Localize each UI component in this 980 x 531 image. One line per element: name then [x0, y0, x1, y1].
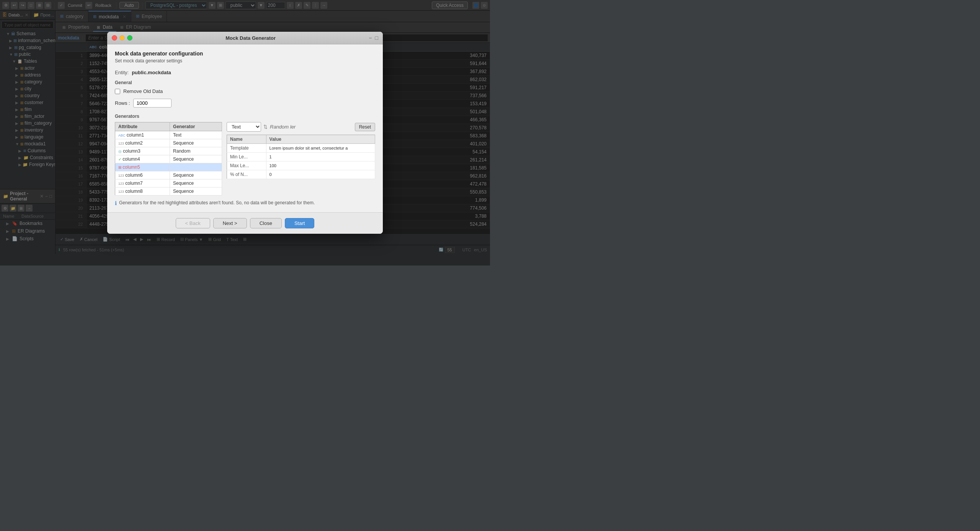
remove-old-data-row: Remove Old Data	[115, 88, 375, 94]
generators-table: Attribute Generator ABC column1Text123 c…	[115, 122, 222, 195]
gen-random-label: Random ler	[270, 124, 353, 130]
prop-name-cell: Max Le...	[227, 161, 266, 170]
tl-close-button[interactable]	[112, 35, 117, 41]
gen-generator-cell: Random	[170, 147, 222, 155]
info-icon: ℹ	[115, 200, 117, 206]
remove-old-data-label: Remove Old Data	[123, 88, 163, 94]
gen-attr-cell: 123 column2	[115, 139, 170, 147]
modal-body: Mock data generator configuration Set mo…	[107, 44, 383, 212]
gen-prop-row: TemplateLorem ipsum dolor sit amet, cons…	[227, 144, 375, 153]
modal-info-row: ℹ Generators for the red highlighted att…	[115, 200, 375, 206]
general-section-title: General	[115, 80, 375, 85]
modal-winbtn-max[interactable]: □	[375, 35, 378, 41]
modal-heading: Mock data generator configuration	[115, 50, 375, 57]
traffic-lights	[112, 35, 132, 41]
prop-name-cell: % of N...	[227, 170, 266, 179]
entity-label: Entity:	[115, 70, 129, 75]
gen-prop-row: Min Le...1	[227, 153, 375, 161]
generators-section-title: Generators	[115, 114, 375, 119]
gen-table-row[interactable]: ABC column1Text	[115, 131, 222, 139]
rows-label: Rows :	[115, 100, 130, 106]
gen-table-row[interactable]: ✓ column4Sequence	[115, 155, 222, 163]
gen-attr-cell: 123 column6	[115, 171, 170, 179]
modal-window: Mock Data Generator − □ Mock data genera…	[107, 32, 383, 234]
gen-generator-cell: Sequence	[170, 179, 222, 187]
gen-attr-cell: 123 column7	[115, 179, 170, 187]
gen-table-row[interactable]: 123 column8Sequence	[115, 187, 222, 195]
prop-value-cell: 1	[266, 153, 375, 161]
gen-prop-row: % of N...0	[227, 170, 375, 179]
generators-table-area: Attribute Generator ABC column1Text123 c…	[115, 122, 222, 195]
prop-name-cell: Template	[227, 144, 266, 153]
generator-config: Text ⇅ Random ler Reset Name Value	[227, 122, 375, 195]
gen-table-row[interactable]: ◎ column3Random	[115, 147, 222, 155]
modal-titlebar: Mock Data Generator − □	[107, 32, 383, 44]
gen-attr-cell: 123 column8	[115, 187, 170, 195]
gen-props-col-name: Name	[227, 135, 266, 144]
gen-spinner-icon[interactable]: ⇅	[263, 124, 268, 130]
gen-table-row[interactable]: 123 column6Sequence	[115, 171, 222, 179]
rows-row: Rows :	[115, 99, 375, 108]
gen-table-row[interactable]: 123 column7Sequence	[115, 179, 222, 187]
gen-type-select[interactable]: Text	[227, 122, 261, 132]
gen-reset-button[interactable]: Reset	[355, 123, 375, 131]
gen-type-row: Text ⇅ Random ler Reset	[227, 122, 375, 132]
gen-attr-cell: ⊞ column5	[115, 163, 170, 171]
gen-col-attribute: Attribute	[115, 122, 170, 131]
modal-info-text: Generators for the red highlighted attri…	[119, 200, 315, 205]
gen-generator-cell: Sequence	[170, 139, 222, 147]
modal-win-buttons: − □	[369, 35, 378, 41]
back-button[interactable]: < Back	[176, 218, 210, 228]
gen-table-row[interactable]: 123 column2Sequence	[115, 139, 222, 147]
close-button[interactable]: Close	[250, 218, 282, 228]
prop-name-cell: Min Le...	[227, 153, 266, 161]
tl-minimize-button[interactable]	[119, 35, 125, 41]
gen-generator-cell: Sequence	[170, 171, 222, 179]
gen-attr-cell: ✓ column4	[115, 155, 170, 163]
gen-prop-row: Max Le...100	[227, 161, 375, 170]
modal-footer: < Back Next > Close Start	[107, 212, 383, 234]
modal-subheading: Set mock data generator settings	[115, 58, 375, 64]
rows-input[interactable]	[133, 99, 172, 108]
start-button[interactable]: Start	[285, 218, 314, 228]
modal-winbtn-min[interactable]: −	[369, 35, 372, 41]
entity-value: public.mockdata	[132, 70, 171, 75]
modal-overlay: Mock Data Generator − □ Mock data genera…	[0, 0, 490, 266]
tl-maximize-button[interactable]	[127, 35, 132, 41]
gen-attr-cell: ABC column1	[115, 131, 170, 139]
generators-section: Attribute Generator ABC column1Text123 c…	[115, 122, 375, 195]
next-button[interactable]: Next >	[213, 218, 247, 228]
gen-table-row[interactable]: ⊞ column5	[115, 163, 222, 171]
gen-props-col-value: Value	[266, 135, 375, 144]
gen-props-table: Name Value TemplateLorem ipsum dolor sit…	[227, 135, 375, 179]
gen-attr-cell: ◎ column3	[115, 147, 170, 155]
gen-generator-cell	[170, 163, 222, 171]
gen-generator-cell: Text	[170, 131, 222, 139]
prop-value-cell: Lorem ipsum dolor sit amet, consectetur …	[266, 144, 375, 153]
gen-generator-cell: Sequence	[170, 155, 222, 163]
gen-col-generator: Generator	[170, 122, 222, 131]
remove-old-data-checkbox[interactable]	[115, 89, 120, 94]
prop-value-cell: 100	[266, 161, 375, 170]
gen-generator-cell: Sequence	[170, 187, 222, 195]
prop-value-cell: 0	[266, 170, 375, 179]
modal-entity-row: Entity: public.mockdata	[115, 70, 375, 75]
modal-title: Mock Data Generator	[132, 35, 369, 41]
